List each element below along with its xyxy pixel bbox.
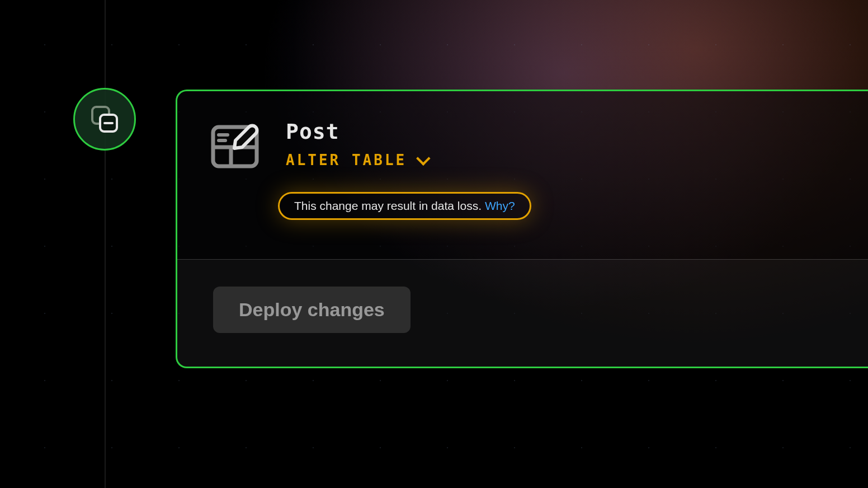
timeline-node-badge	[73, 88, 136, 151]
panel-header-section: Post ALTER TABLE This change may result …	[177, 91, 868, 259]
title-row: Post ALTER TABLE	[211, 119, 834, 170]
change-panel: Post ALTER TABLE This change may result …	[176, 90, 868, 368]
action-dropdown[interactable]: ALTER TABLE	[286, 152, 427, 168]
title-text-group: Post ALTER TABLE	[286, 119, 427, 168]
table-edit-icon	[211, 123, 260, 170]
panel-actions-section: Deploy changes	[177, 259, 868, 367]
why-link[interactable]: Why?	[485, 199, 515, 213]
warning-pill: This change may result in data loss. Why…	[278, 192, 531, 220]
deploy-changes-button[interactable]: Deploy changes	[213, 287, 411, 333]
warning-text: This change may result in data loss.	[294, 199, 482, 213]
entity-name: Post	[286, 119, 427, 144]
timeline-vertical-line	[105, 0, 106, 488]
branch-diff-icon	[89, 104, 120, 135]
chevron-down-icon	[416, 151, 430, 165]
action-label: ALTER TABLE	[286, 152, 407, 168]
